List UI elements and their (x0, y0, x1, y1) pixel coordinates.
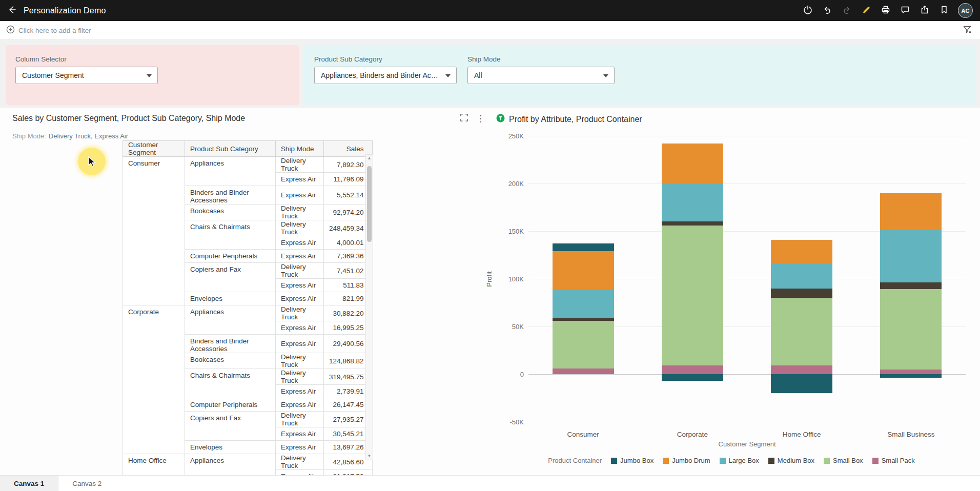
table-cell[interactable]: Bookcases (185, 204, 276, 220)
table-cell[interactable]: Appliances (185, 305, 276, 335)
table-cell[interactable]: Express Air (276, 427, 324, 441)
export-button[interactable] (919, 5, 930, 16)
table-cell[interactable]: Chairs & Chairmats (185, 369, 276, 398)
bar-segment-jumbo-box[interactable] (662, 374, 723, 381)
table-cell[interactable]: Express Air (276, 250, 324, 263)
table-scrollbar[interactable]: ▲ ▼ (365, 154, 373, 460)
table-cell[interactable]: Express Air (276, 441, 324, 454)
bar-segment-small-pack[interactable] (771, 365, 832, 374)
bar-segment-small-pack[interactable] (553, 369, 614, 374)
bar-segment-medium-box[interactable] (553, 318, 614, 321)
bar-segment-medium-box[interactable] (662, 221, 723, 225)
scroll-up-arrow-icon[interactable]: ▲ (366, 155, 373, 162)
bar-segment-large-box[interactable] (662, 183, 723, 221)
bar-segment-jumbo-drum[interactable] (662, 144, 723, 183)
table-cell[interactable]: Express Air (276, 292, 324, 305)
table-cell[interactable]: 5,552.14 (324, 186, 373, 204)
print-button[interactable] (880, 5, 891, 16)
table-cell[interactable]: Delivery Truck (276, 353, 324, 369)
bar-segment-jumbo-box[interactable] (553, 243, 614, 251)
table-cell[interactable]: Binders and Binder Accessories (185, 335, 276, 353)
table-cell[interactable]: Binders and Binder Accessories (185, 186, 276, 204)
edit-button[interactable] (861, 5, 872, 16)
table-cell[interactable]: Express Air (276, 236, 324, 250)
table-cell[interactable]: Computer Peripherals (185, 250, 276, 263)
table-cell[interactable]: 16,995.25 (324, 321, 373, 335)
table-cell[interactable]: Express Air (276, 186, 324, 204)
table-cell[interactable]: 7,369.36 (324, 250, 373, 263)
table-cell[interactable]: Appliances (185, 157, 276, 186)
tab-canvas-1[interactable]: Canvas 1 (0, 476, 58, 491)
bar-segment-medium-box[interactable] (771, 289, 832, 298)
table-cell[interactable]: Express Air (276, 321, 324, 335)
table-cell[interactable]: Express Air (276, 398, 324, 412)
avatar[interactable]: AC (958, 3, 973, 18)
bar-segment-small-box[interactable] (771, 298, 832, 365)
table-cell[interactable]: Express Air (276, 279, 324, 292)
table-cell[interactable]: Chairs & Chairmats (185, 220, 276, 250)
table-cell[interactable]: Delivery Truck (276, 263, 324, 279)
table-cell[interactable]: Delivery Truck (276, 220, 324, 236)
bar-segment-jumbo-drum[interactable] (771, 240, 832, 264)
table-cell[interactable]: 29,490.56 (324, 335, 373, 353)
table-cell[interactable]: Computer Peripherals (185, 398, 276, 412)
legend-item[interactable]: Jumbo Drum (663, 457, 710, 464)
x-axis-label[interactable]: Home Office (783, 431, 821, 438)
table-cell[interactable]: Delivery Truck (276, 204, 324, 220)
kebab-menu-button[interactable]: ⋮ (476, 114, 485, 124)
back-button[interactable] (0, 0, 24, 21)
table-cell[interactable]: Express Air (276, 385, 324, 398)
table-cell[interactable]: 821.99 (324, 292, 373, 305)
filter-options-button[interactable] (963, 25, 972, 36)
comment-button[interactable] (900, 5, 911, 16)
tab-canvas-2[interactable]: Canvas 2 (58, 476, 115, 491)
x-axis-label[interactable]: Consumer (567, 431, 599, 438)
scrollbar-thumb[interactable] (367, 166, 372, 242)
legend-item[interactable]: Large Box (720, 457, 759, 464)
table-cell[interactable]: 30,545.21 (324, 427, 373, 441)
table-cell[interactable]: 4,000.01 (324, 236, 373, 250)
table-cell[interactable]: Delivery Truck (276, 157, 324, 173)
table-cell[interactable]: 7,451.02 (324, 263, 373, 279)
col-header-sales[interactable]: Sales (324, 141, 373, 157)
table-cell[interactable]: Envelopes (185, 441, 276, 454)
table-cell[interactable]: 248,459.34 (324, 220, 373, 236)
legend-item[interactable]: Jumbo Box (611, 457, 654, 464)
table-cell[interactable]: Consumer (123, 157, 185, 305)
ship-mode-dropdown[interactable]: All (467, 67, 615, 84)
table-cell[interactable]: 319,495.75 (324, 369, 373, 385)
table-cell[interactable]: 11,796.09 (324, 173, 373, 186)
legend-item[interactable]: Small Box (824, 457, 863, 464)
col-header-product-sub-category[interactable]: Product Sub Category (185, 141, 276, 157)
x-axis-label[interactable]: Corporate (677, 431, 708, 438)
bar-segment-small-box[interactable] (880, 289, 942, 369)
column-selector-dropdown[interactable]: Customer Segment (15, 67, 158, 84)
table-cell[interactable]: Corporate (123, 305, 185, 454)
table-cell[interactable]: 27,935.27 (324, 412, 373, 427)
table-cell[interactable]: 2,739.91 (324, 385, 373, 398)
bookmark-button[interactable] (938, 5, 950, 16)
table-cell[interactable]: Express Air (276, 335, 324, 353)
bar-segment-small-pack[interactable] (880, 370, 942, 374)
maximize-button[interactable] (459, 113, 469, 125)
bar-segment-large-box[interactable] (771, 263, 832, 288)
power-button[interactable] (802, 5, 813, 16)
bar-segment-small-box[interactable] (662, 226, 723, 365)
bar-segment-jumbo-drum[interactable] (880, 193, 942, 230)
table-cell[interactable]: 30,882.20 (324, 305, 373, 321)
table-cell[interactable]: 13,697.26 (324, 441, 373, 454)
bar-segment-jumbo-drum[interactable] (553, 251, 614, 289)
bar-segment-jumbo-box[interactable] (880, 374, 942, 378)
bar-segment-small-pack[interactable] (662, 365, 723, 374)
table-cell[interactable]: 42,856.60 (324, 454, 373, 470)
table-cell[interactable]: 7,892.30 (324, 157, 373, 173)
table-cell[interactable]: Delivery Truck (276, 412, 324, 427)
table-cell[interactable]: Delivery Truck (276, 305, 324, 321)
table-cell[interactable]: 511.83 (324, 279, 373, 292)
legend-item[interactable]: Medium Box (768, 457, 814, 464)
table-cell[interactable]: Bookcases (185, 353, 276, 369)
bar-segment-small-box[interactable] (553, 321, 614, 369)
col-header-ship-mode[interactable]: Ship Mode (276, 141, 324, 157)
bar-segment-medium-box[interactable] (880, 282, 942, 289)
table-cell[interactable]: 92,974.20 (324, 204, 373, 220)
